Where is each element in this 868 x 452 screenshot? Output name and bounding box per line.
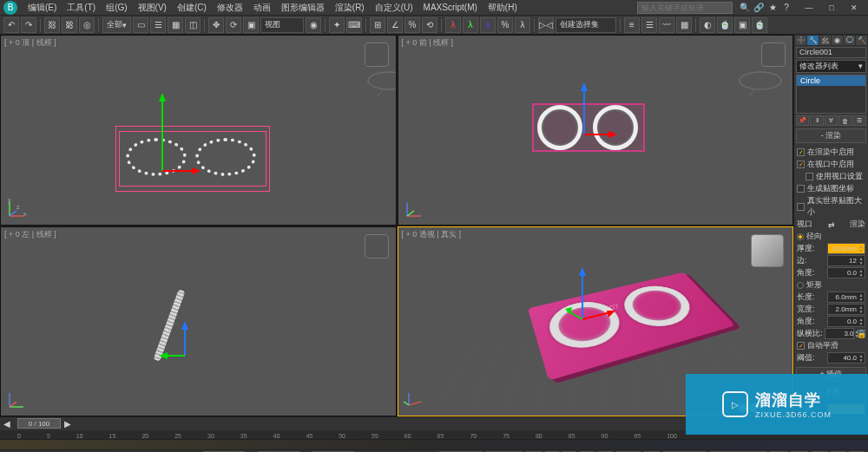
menu-customize[interactable]: 自定义(U) — [370, 2, 418, 14]
search-icon[interactable]: 🔍 — [740, 3, 750, 13]
tab-create[interactable]: ➕ — [795, 36, 806, 45]
transform-gizmo-left[interactable] — [159, 321, 211, 364]
menu-modifiers[interactable]: 修改器 — [212, 2, 248, 14]
spinner-length[interactable]: ▲▼ — [827, 292, 865, 303]
pivot-button[interactable]: ◉ — [306, 17, 321, 33]
viewport-top-label[interactable]: [ + 0 顶 | 线框 ] — [4, 37, 56, 49]
tab-utilities[interactable]: 🔨 — [856, 36, 867, 45]
select-region-button[interactable]: ▦ — [168, 17, 183, 33]
spinner-angle[interactable]: ▲▼ — [827, 267, 865, 278]
rect-angle-input[interactable] — [828, 318, 858, 325]
menu-animation[interactable]: 动画 — [248, 2, 276, 14]
radio-rectangular[interactable] — [797, 282, 804, 289]
link-button[interactable]: ⛓ — [44, 17, 60, 33]
selection-filter-dropdown[interactable]: 全部 ▾ — [102, 17, 131, 33]
spinner-threshold[interactable]: ▲▼ — [827, 352, 865, 364]
move-button[interactable]: ✥ — [208, 17, 224, 33]
maximize-button[interactable]: □ — [821, 2, 842, 14]
spinner-rect-angle[interactable]: ▲▼ — [827, 316, 865, 327]
mirror-button[interactable]: ▷◁ — [538, 17, 554, 33]
menu-edit[interactable]: 编辑(E) — [23, 2, 62, 14]
redo-button[interactable]: ↷ — [21, 17, 36, 33]
transform-gizmo[interactable] — [148, 91, 201, 174]
help-icon[interactable]: ? — [781, 3, 792, 13]
percent-button[interactable]: % — [497, 17, 513, 33]
transform-gizmo-front[interactable] — [574, 82, 617, 143]
chk-enable-in-viewport[interactable] — [797, 160, 805, 168]
bind-button[interactable]: ◎ — [79, 17, 95, 33]
spacing-button[interactable]: λ — [515, 17, 530, 33]
circle-geometry-2[interactable] — [195, 138, 256, 176]
menu-group[interactable]: 组(G) — [101, 2, 132, 14]
menu-graph-editors[interactable]: 图形编辑器 — [276, 2, 330, 14]
viewport-front-label[interactable]: [ + 0 前 | 线框 ] — [402, 37, 454, 49]
viewport-front[interactable]: [ + 0 前 | 线框 ] — [398, 35, 794, 226]
material-editor-button[interactable]: ◐ — [700, 17, 715, 33]
sides-input[interactable] — [828, 257, 858, 265]
show-end-result-button[interactable]: Ⅱ — [810, 115, 823, 126]
swap-icon[interactable]: ⇄ — [828, 220, 835, 229]
object-name-field[interactable]: Circle001 — [796, 47, 866, 57]
named-selection-input[interactable] — [556, 17, 616, 33]
layers-button[interactable]: ☰ — [641, 17, 657, 33]
viewcube-top[interactable] — [365, 43, 389, 67]
menu-maxscript[interactable]: MAXScript(M) — [418, 3, 483, 12]
unlink-button[interactable]: ⛓̸ — [62, 17, 77, 33]
snap-toggle[interactable]: ⊞ — [370, 17, 385, 33]
length-input[interactable] — [828, 293, 858, 301]
z-axis-icon[interactable]: λ — [480, 17, 496, 33]
select-name-button[interactable]: ☰ — [150, 17, 166, 33]
spinner-thickness[interactable]: ▲▼ — [827, 243, 865, 254]
spinner-width[interactable]: ▲▼ — [827, 304, 865, 315]
viewport-left-label[interactable]: [ + 0 左 | 线框 ] — [4, 229, 56, 240]
modifier-list-dropdown[interactable]: 修改器列表▾ — [796, 60, 866, 73]
percent-snap-toggle[interactable]: % — [404, 17, 420, 33]
modifier-stack[interactable]: Circle — [796, 75, 866, 114]
link-icon[interactable]: 🔗 — [753, 3, 764, 13]
chk-use-viewport-settings[interactable] — [806, 173, 813, 180]
threshold-input[interactable] — [828, 354, 858, 362]
minimize-button[interactable]: — — [799, 2, 819, 14]
tab-display[interactable]: 🖵 — [844, 36, 855, 45]
manipulate-button[interactable]: ✦ — [329, 17, 345, 33]
transform-gizmo-persp[interactable] — [565, 267, 617, 328]
trackbar[interactable] — [0, 439, 868, 449]
thickness-input[interactable] — [828, 245, 858, 252]
undo-button[interactable]: ↶ — [3, 17, 19, 33]
spinner-snap-toggle[interactable]: ⟲ — [422, 17, 437, 33]
rollout-rendering[interactable]: 渲染 — [796, 128, 866, 143]
menu-create[interactable]: 创建(C) — [172, 2, 212, 14]
configure-sets-button[interactable]: ☰ — [853, 115, 866, 126]
menu-tools[interactable]: 工具(T) — [62, 2, 101, 14]
menu-rendering[interactable]: 渲染(R) — [330, 2, 370, 14]
scale-button[interactable]: ▣ — [243, 17, 259, 33]
viewcube-front[interactable] — [761, 43, 786, 67]
keyboard-shortcut-button[interactable]: ⌨ — [346, 17, 362, 33]
window-crossing-button[interactable]: ◫ — [185, 17, 201, 33]
chk-auto-smooth[interactable] — [797, 342, 805, 350]
chk-generate-mapping[interactable] — [797, 185, 805, 193]
spinner-sides[interactable]: ▲▼ — [827, 255, 865, 266]
lock-aspect-button[interactable]: 🔒 — [858, 330, 865, 337]
radio-radial[interactable] — [797, 233, 804, 240]
render-button[interactable]: 🍵 — [752, 17, 767, 33]
width-input[interactable] — [828, 305, 858, 313]
viewport-left[interactable]: [ + 0 左 | 线框 ] — [0, 226, 397, 417]
schematic-button[interactable]: ▦ — [676, 17, 692, 33]
aspect-input[interactable] — [825, 330, 855, 337]
tab-modify[interactable]: 🔧 — [807, 36, 819, 45]
chk-enable-in-renderer[interactable] — [797, 148, 805, 156]
select-object-button[interactable]: ▭ — [133, 17, 148, 33]
time-slider-right-arrow[interactable]: ▶ — [64, 419, 71, 429]
angle-snap-toggle[interactable]: ∠ — [387, 17, 403, 33]
rotate-button[interactable]: ⟳ — [226, 17, 241, 33]
remove-modifier-button[interactable]: 🗑 — [838, 115, 852, 126]
viewport-top[interactable]: [ + 0 顶 | 线框 ] x y z — [0, 35, 397, 226]
spinner-aspect[interactable]: ▲▼ — [825, 328, 854, 339]
star-icon[interactable]: ★ — [767, 3, 778, 13]
viewcube-left[interactable] — [365, 234, 389, 259]
angle-input[interactable] — [828, 269, 858, 277]
menu-help[interactable]: 帮助(H) — [483, 2, 523, 14]
viewcube-perspective[interactable] — [751, 234, 784, 267]
pin-stack-button[interactable]: 📌 — [796, 115, 809, 126]
